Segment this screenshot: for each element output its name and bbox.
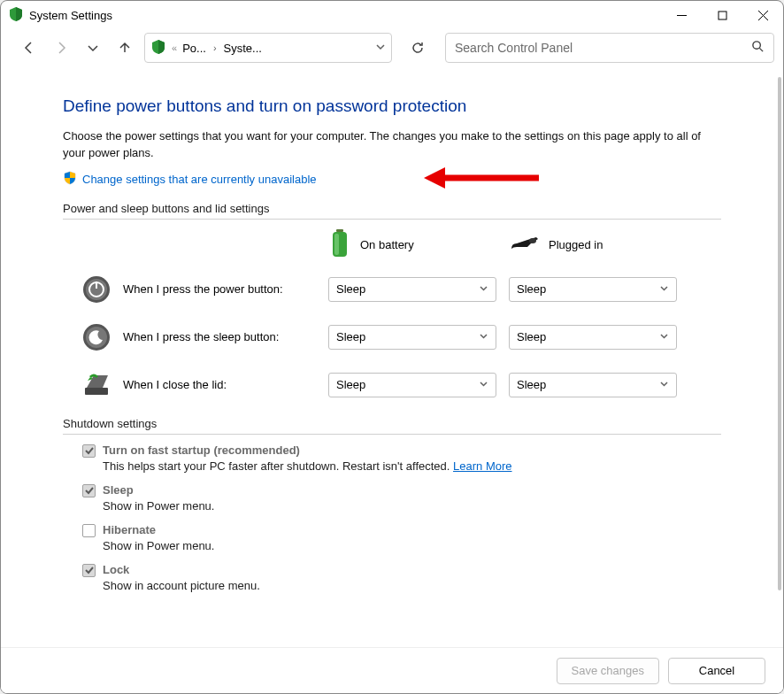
battery-icon [328,228,351,261]
annotation-arrow [424,166,539,193]
select-sleep-plugged[interactable]: Sleep [509,325,677,350]
col-on-battery: On battery [328,228,510,261]
maximize-button[interactable] [702,1,742,29]
content-area: Define power buttons and turn on passwor… [1,72,783,693]
section-power-label: Power and sleep buttons and lid settings [63,202,721,215]
forward-button[interactable] [49,35,73,60]
divider [63,434,721,435]
section-shutdown-label: Shutdown settings [63,417,721,430]
recent-dropdown[interactable] [81,35,105,60]
sd-desc: Show in Power menu. [103,499,721,513]
select-lid-plugged[interactable]: Sleep [509,373,677,397]
page-title: Define power buttons and turn on passwor… [63,96,721,116]
chevron-down-icon [479,282,488,296]
window-title: System Settings [29,9,112,22]
sd-title: Turn on fast startup (recommended) [103,443,300,457]
row-lid: When I close the lid: Sleep Sleep [63,369,721,401]
svg-rect-16 [85,388,108,395]
close-button[interactable] [742,1,783,29]
col-plugged-in: Plugged in [510,235,691,255]
chevron-right-icon[interactable]: › [210,42,220,53]
control-panel-icon [8,6,24,25]
search-input[interactable] [455,41,751,55]
breadcrumb-seg-1[interactable]: Po... [182,42,206,55]
select-sleep-battery[interactable]: Sleep [328,325,496,350]
power-button-icon [81,274,112,305]
breadcrumb-icon [150,39,166,58]
sd-title: Hibernate [103,523,156,536]
breadcrumb[interactable]: « Po... › Syste... [144,33,392,63]
minimize-button[interactable] [661,1,702,29]
sd-desc: Show in Power menu. [103,539,721,552]
col-battery-label: On battery [360,238,414,251]
footer: Save changes Cancel [1,647,783,693]
svg-rect-6 [336,229,343,232]
select-power-battery[interactable]: Sleep [328,277,496,302]
page-description: Choose the power settings that you want … [63,128,721,162]
sd-desc: Show in account picture menu. [103,579,721,592]
plug-icon [510,235,540,255]
sd-title: Lock [103,563,129,576]
sd-desc: This helps start your PC faster after sh… [103,459,721,473]
chevron-down-icon [659,282,669,296]
divider [63,219,721,220]
svg-rect-8 [334,234,339,255]
sleep-button-icon [81,321,112,353]
sd-hibernate: Hibernate Show in Power menu. [82,523,721,552]
select-lid-battery[interactable]: Sleep [328,373,496,397]
sd-fast-startup: Turn on fast startup (recommended) This … [82,443,721,473]
nav-toolbar: « Po... › Syste... [1,29,783,72]
uac-shield-icon [63,171,77,188]
search-icon[interactable] [751,40,765,56]
learn-more-link[interactable]: Learn More [453,459,511,473]
svg-point-9 [529,238,536,243]
search-box[interactable] [445,33,774,63]
svg-line-5 [759,48,763,51]
save-changes-button[interactable]: Save changes [557,658,659,684]
titlebar-left: System Settings [8,6,112,25]
sd-title: Sleep [103,483,134,497]
svg-rect-1 [719,12,726,19]
checkbox-lock[interactable] [82,564,96,577]
cancel-button[interactable]: Cancel [668,658,765,684]
back-button[interactable] [17,35,42,60]
change-settings-link[interactable]: Change settings that are currently unava… [82,173,317,186]
refresh-button[interactable] [403,33,433,63]
row-sleep-button: When I press the sleep button: Sleep Sle… [63,321,721,353]
checkbox-fast-startup[interactable] [82,444,96,458]
chevron-down-icon [479,330,488,343]
sd-sleep: Sleep Show in Power menu. [82,483,721,513]
col-plugged-label: Plugged in [549,238,603,251]
breadcrumb-dropdown[interactable] [375,42,386,55]
chevron-down-icon [659,330,669,343]
scrollbar[interactable] [774,77,781,688]
shutdown-settings-list: Turn on fast startup (recommended) This … [63,443,721,592]
laptop-lid-icon [81,369,112,401]
change-settings-row: Change settings that are currently unava… [63,171,721,188]
sd-lock: Lock Show in account picture menu. [82,563,721,592]
row-label: When I press the power button: [123,282,283,296]
titlebar: System Settings [1,1,783,29]
chevron-down-icon [479,378,488,391]
select-power-plugged[interactable]: Sleep [509,277,677,302]
breadcrumb-seg-2[interactable]: Syste... [224,42,262,55]
checkbox-sleep[interactable] [82,484,96,497]
breadcrumb-sep: « [170,42,179,53]
power-columns-header: On battery Plugged in [63,228,721,261]
up-button[interactable] [112,35,137,60]
window: System Settings « Po... › Syste... [0,0,784,694]
row-power-button: When I press the power button: Sleep Sle… [63,274,721,305]
row-label: When I press the sleep button: [123,330,279,343]
chevron-down-icon [659,378,669,391]
window-controls [661,1,783,29]
checkbox-hibernate[interactable] [82,524,96,537]
row-label: When I close the lid: [123,378,227,391]
svg-point-4 [753,42,760,49]
